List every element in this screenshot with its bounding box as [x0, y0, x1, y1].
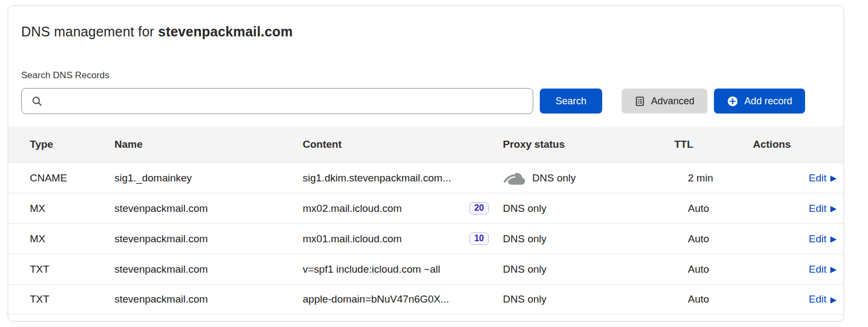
- cell-actions: Edit ▶: [742, 233, 844, 245]
- search-label: Search DNS Records: [8, 70, 844, 81]
- cell-content: v=spf1 include:icloud.com ~all: [292, 263, 492, 275]
- cell-actions: Edit ▶: [742, 172, 844, 184]
- dns-records-table: Type Name Content Proxy status TTL Actio…: [8, 127, 844, 315]
- cell-actions: Edit ▶: [742, 203, 844, 215]
- advanced-button-label: Advanced: [651, 96, 694, 107]
- search-box[interactable]: [21, 88, 533, 114]
- page-title-prefix: DNS management for: [21, 24, 154, 39]
- page-title: DNS management for stevenpackmail.com: [8, 6, 844, 40]
- edit-link-label: Edit: [809, 233, 827, 245]
- edit-link-label: Edit: [809, 293, 827, 305]
- column-header-type: Type: [8, 139, 104, 150]
- cell-ttl: Auto: [663, 233, 742, 245]
- table-header-row: Type Name Content Proxy status TTL Actio…: [8, 127, 844, 162]
- cell-ttl: Auto: [663, 263, 742, 275]
- content-text: mx01.mail.icloud.com: [303, 233, 402, 245]
- cell-actions: Edit ▶: [742, 293, 844, 305]
- search-toolbar: Search Advanced: [8, 88, 844, 114]
- content-text: sig1.dkim.stevenpackmail.com...: [303, 172, 451, 184]
- table-row: TXT stevenpackmail.com v=spf1 include:ic…: [8, 254, 844, 284]
- edit-link-label: Edit: [809, 263, 827, 275]
- cell-proxy-status: DNS only: [492, 293, 663, 305]
- table-row: CNAME sig1._domainkey sig1.dkim.stevenpa…: [8, 162, 844, 193]
- table-body: CNAME sig1._domainkey sig1.dkim.stevenpa…: [8, 162, 844, 315]
- cell-actions: Edit ▶: [742, 263, 844, 275]
- advanced-button[interactable]: Advanced: [622, 89, 707, 114]
- priority-badge: 20: [469, 202, 489, 215]
- edit-arrow-icon: ▶: [830, 235, 837, 243]
- content-text: mx02.mail.icloud.com: [303, 203, 402, 215]
- proxy-status-text: DNS only: [503, 203, 546, 215]
- edit-link[interactable]: Edit ▶: [809, 263, 837, 275]
- cell-proxy-status: DNS only: [492, 233, 663, 245]
- cell-ttl: 2 min: [663, 172, 742, 184]
- column-header-name: Name: [104, 139, 292, 150]
- column-header-content: Content: [292, 139, 492, 150]
- page-title-domain: stevenpackmail.com: [158, 24, 293, 39]
- table-row: TXT stevenpackmail.com apple-domain=bNuV…: [8, 284, 844, 315]
- column-header-ttl: TTL: [663, 139, 742, 150]
- search-icon: [31, 96, 43, 107]
- edit-arrow-icon: ▶: [830, 174, 837, 182]
- edit-arrow-icon: ▶: [830, 265, 837, 273]
- cell-type: TXT: [8, 293, 104, 305]
- content-text: apple-domain=bNuV47n6G0X...: [303, 293, 449, 305]
- cell-ttl: Auto: [663, 293, 742, 305]
- edit-link[interactable]: Edit ▶: [809, 293, 837, 305]
- list-document-icon: [635, 96, 645, 106]
- dns-management-panel: DNS management for stevenpackmail.com Se…: [8, 5, 844, 322]
- cell-name: stevenpackmail.com: [104, 203, 292, 215]
- edit-link[interactable]: Edit ▶: [809, 233, 837, 245]
- edit-arrow-icon: ▶: [830, 204, 837, 212]
- content-text: v=spf1 include:icloud.com ~all: [303, 263, 440, 275]
- table-row: MX stevenpackmail.com mx01.mail.icloud.c…: [8, 223, 844, 254]
- edit-link-label: Edit: [809, 172, 827, 184]
- priority-badge: 10: [469, 232, 489, 245]
- cell-proxy-status: DNS only: [492, 263, 663, 275]
- search-button[interactable]: Search: [540, 89, 602, 114]
- cell-type: MX: [8, 233, 104, 245]
- cell-name: stevenpackmail.com: [104, 263, 292, 275]
- cell-type: TXT: [8, 263, 104, 275]
- cell-type: CNAME: [8, 172, 104, 184]
- proxy-status-text: DNS only: [503, 263, 546, 275]
- cell-proxy-status: DNS only: [492, 170, 663, 186]
- proxy-status-text: DNS only: [532, 172, 576, 184]
- cell-name: sig1._domainkey: [104, 172, 292, 184]
- cell-content: mx01.mail.icloud.com 10: [292, 232, 492, 245]
- edit-arrow-icon: ▶: [830, 295, 837, 304]
- edit-link[interactable]: Edit ▶: [809, 172, 837, 184]
- plus-circle-icon: [727, 96, 738, 107]
- cell-type: MX: [8, 203, 104, 215]
- edit-link-label: Edit: [809, 203, 827, 215]
- cell-content: apple-domain=bNuV47n6G0X...: [292, 293, 492, 305]
- proxy-status-text: DNS only: [503, 233, 546, 245]
- cell-name: stevenpackmail.com: [104, 293, 292, 305]
- add-record-button[interactable]: Add record: [714, 89, 805, 114]
- proxy-status-text: DNS only: [503, 293, 546, 305]
- add-record-button-label: Add record: [744, 96, 792, 107]
- table-row: MX stevenpackmail.com mx02.mail.icloud.c…: [8, 193, 844, 223]
- cell-name: stevenpackmail.com: [104, 233, 292, 245]
- edit-link[interactable]: Edit ▶: [809, 203, 837, 215]
- column-header-actions: Actions: [742, 139, 844, 150]
- column-header-proxy-status: Proxy status: [492, 139, 663, 150]
- cell-proxy-status: DNS only: [492, 203, 663, 215]
- cell-content: sig1.dkim.stevenpackmail.com...: [292, 172, 492, 184]
- cell-ttl: Auto: [663, 203, 742, 215]
- search-input[interactable]: [49, 96, 525, 106]
- cell-content: mx02.mail.icloud.com 20: [292, 202, 492, 215]
- dns-only-cloud-icon: [503, 170, 527, 186]
